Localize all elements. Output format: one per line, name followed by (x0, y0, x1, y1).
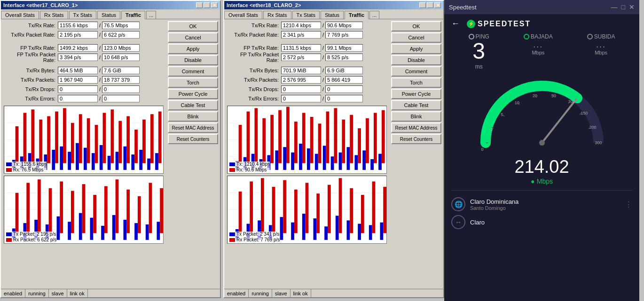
close-btn-2[interactable]: ✕ (434, 2, 441, 8)
stat-value-txrx-packet-rx-2[interactable] (325, 31, 363, 39)
maximize-btn-2[interactable]: □ (427, 2, 433, 8)
comment-button-2[interactable]: Comment (391, 66, 441, 77)
stat-value-txrx-drops-tx-2[interactable] (281, 85, 321, 93)
stat-value-txrx-bytes-rx-2[interactable] (325, 67, 363, 74)
stat-value-txrx-packets-tx-2[interactable] (281, 76, 321, 84)
svg-rect-133 (272, 187, 275, 233)
speedtest-maximize-btn[interactable]: □ (621, 3, 625, 11)
ok-button-2[interactable]: OK (391, 21, 441, 31)
reset-counters-button-2[interactable]: Reset Counters (391, 134, 441, 144)
comment-button-1[interactable]: Comment (168, 66, 218, 77)
tab-more-1[interactable]: ... (146, 11, 156, 19)
tab-overall-stats-1[interactable]: Overall Stats (1, 11, 39, 19)
torch-button-1[interactable]: Torch (168, 77, 218, 88)
svg-rect-40 (158, 111, 162, 163)
ok-button-1[interactable]: OK (168, 21, 218, 31)
stat-value-txrx-rate-tx-2[interactable] (281, 22, 321, 29)
svg-rect-87 (331, 156, 334, 170)
cancel-button-1[interactable]: Cancel (168, 32, 218, 43)
tab-tx-stats-1[interactable]: Tx Stats (69, 11, 96, 19)
reset-mac-button-2[interactable]: Reset MAC Address (391, 123, 441, 133)
cancel-button-2[interactable]: Cancel (391, 32, 441, 43)
stat-value-txrx-errors-rx-2[interactable] (325, 95, 363, 102)
svg-rect-123 (314, 218, 317, 240)
disable-button-1[interactable]: Disable (168, 55, 218, 65)
svg-rect-48 (57, 216, 60, 240)
disable-button-2[interactable]: Disable (391, 55, 441, 65)
cable-test-button-2[interactable]: Cable Test (391, 100, 441, 110)
minimize-btn-1[interactable]: _ (196, 2, 203, 8)
blink-button-2[interactable]: Blink (391, 111, 441, 122)
stat-value-txrx-bytes-tx-1[interactable] (58, 67, 98, 74)
speedtest-minimize-btn[interactable]: — (611, 3, 618, 11)
stat-value-txrx-packets-rx-1[interactable] (102, 76, 140, 84)
svg-text:0: 0 (481, 147, 483, 152)
svg-rect-64 (82, 184, 86, 233)
apply-button-1[interactable]: Apply (168, 44, 218, 54)
torch-button-2[interactable]: Torch (391, 77, 441, 88)
stat-label-fp-txrx-packet-1: FP Tx/Rx Packet Rate: (4, 52, 58, 63)
stat-value-txrx-rate-tx-1[interactable] (58, 22, 98, 29)
minimize-btn-2[interactable]: _ (419, 2, 426, 8)
speedtest-close-btn[interactable]: ✕ (629, 3, 635, 11)
stat-value-fp-txrx-rate-rx-1[interactable] (102, 44, 140, 52)
power-cycle-button-2[interactable]: Power Cycle (391, 89, 441, 99)
stat-value-txrx-packet-tx-1[interactable] (58, 31, 98, 39)
tab-more-2[interactable]: ... (369, 11, 379, 19)
stat-value-txrx-rate-rx-2[interactable] (325, 22, 363, 29)
svg-rect-36 (126, 116, 130, 163)
stat-value-fp-txrx-packet-rx-2[interactable] (325, 54, 363, 61)
svg-rect-131 (250, 181, 253, 233)
tab-traffic-1[interactable]: Traffic (121, 11, 145, 19)
ping-value: 3 (469, 40, 489, 62)
stat-value-txrx-drops-tx-1[interactable] (58, 85, 98, 93)
stat-value-txrx-packets-tx-1[interactable] (58, 76, 98, 84)
stat-value-fp-txrx-rate-tx-1[interactable] (58, 44, 98, 52)
svg-rect-30 (79, 114, 82, 163)
stat-value-txrx-bytes-tx-2[interactable] (281, 67, 321, 74)
stat-value-txrx-packets-rx-2[interactable] (325, 76, 363, 84)
window-title-1: Interface <ether17_CLARO_1> (3, 2, 78, 8)
stat-value-fp-txrx-rate-rx-2[interactable] (325, 44, 363, 52)
svg-rect-127 (358, 224, 361, 240)
stat-label-txrx-packets-1: Tx/Rx Packets: (4, 77, 58, 83)
stat-value-txrx-rate-rx-1[interactable] (102, 22, 140, 29)
reset-mac-button-1[interactable]: Reset MAC Address (168, 123, 218, 133)
svg-rect-93 (378, 154, 382, 170)
back-icon[interactable]: ← (451, 19, 460, 29)
stat-value-fp-txrx-rate-tx-2[interactable] (281, 44, 321, 52)
tab-rx-stats-2[interactable]: Rx Stats (263, 11, 291, 19)
tab-status-2[interactable]: Status (321, 11, 344, 19)
tab-traffic-2[interactable]: Traffic (345, 11, 369, 19)
svg-rect-120 (280, 217, 283, 240)
stat-value-fp-txrx-packet-tx-2[interactable] (281, 54, 321, 61)
stat-value-txrx-packet-rx-1[interactable] (102, 31, 140, 39)
stat-label-txrx-packet-1: Tx/Rx Packet Rate: (4, 32, 58, 38)
stat-value-fp-txrx-packet-rx-1[interactable] (102, 54, 140, 61)
stat-value-fp-txrx-packet-tx-1[interactable] (58, 54, 98, 61)
status-bar-2: enabled running slave link ok (224, 289, 443, 297)
tab-tx-stats-2[interactable]: Tx Stats (292, 11, 320, 19)
close-btn-1[interactable]: ✕ (211, 2, 218, 8)
stat-value-txrx-packet-tx-2[interactable] (281, 31, 321, 39)
blink-button-1[interactable]: Blink (168, 111, 218, 122)
tabs-1: Overall Stats Rx Stats Tx Stats Status T… (1, 9, 220, 19)
stat-value-txrx-drops-rx-2[interactable] (325, 85, 363, 93)
maximize-btn-1[interactable]: □ (204, 2, 210, 8)
status-linkok-2: link ok (291, 289, 311, 297)
stat-value-txrx-errors-tx-1[interactable] (58, 95, 98, 102)
tab-rx-stats-1[interactable]: Rx Stats (40, 11, 68, 19)
stat-label-txrx-packets-2: Tx/Rx Packets: (227, 77, 281, 83)
isp-dots-icon[interactable]: ⋮ (625, 200, 632, 209)
reset-counters-button-1[interactable]: Reset Counters (168, 134, 218, 144)
stat-value-txrx-bytes-rx-1[interactable] (102, 67, 140, 74)
tab-overall-stats-2[interactable]: Overall Stats (224, 11, 262, 19)
tab-status-1[interactable]: Status (97, 11, 120, 19)
svg-rect-11 (76, 143, 79, 170)
apply-button-2[interactable]: Apply (391, 44, 441, 54)
stat-value-txrx-errors-tx-2[interactable] (281, 95, 321, 102)
cable-test-button-1[interactable]: Cable Test (168, 100, 218, 110)
power-cycle-button-1[interactable]: Power Cycle (168, 89, 218, 99)
stat-value-txrx-drops-rx-1[interactable] (102, 85, 140, 93)
stat-value-txrx-errors-rx-1[interactable] (102, 95, 140, 102)
